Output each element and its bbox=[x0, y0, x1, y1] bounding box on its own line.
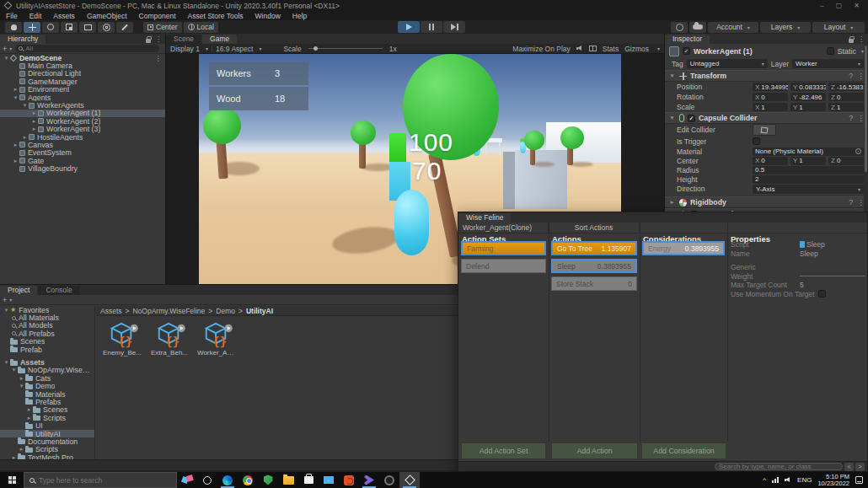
foldout-icon[interactable]: ▾ bbox=[18, 383, 25, 389]
menu-component[interactable]: Component bbox=[133, 12, 182, 20]
action-item[interactable]: Sleep0.3893955 bbox=[551, 259, 637, 273]
action-set-item[interactable]: Defend bbox=[461, 259, 546, 273]
foldout-icon[interactable]: ▸ bbox=[12, 86, 19, 93]
tray-chevron[interactable]: ^ bbox=[763, 476, 766, 484]
foldout-icon[interactable]: ▸ bbox=[12, 142, 19, 148]
project-item-selected[interactable]: UtilityAI bbox=[0, 430, 94, 437]
hierarchy-item[interactable]: ▸Gate bbox=[0, 157, 165, 164]
hand-tool-button[interactable] bbox=[5, 22, 22, 33]
action-center-icon[interactable] bbox=[855, 476, 863, 484]
static-checkbox[interactable] bbox=[827, 47, 834, 55]
breadcrumb-item-current[interactable]: UtilityAI bbox=[246, 307, 273, 315]
hierarchy-item[interactable]: EventSystem bbox=[0, 149, 165, 157]
hierarchy-item[interactable]: ▸WorkerAgent (3) bbox=[0, 126, 165, 133]
chevron-down-icon[interactable]: ▾ bbox=[9, 297, 12, 303]
pivot-toggle-button[interactable]: Center bbox=[143, 22, 182, 33]
name-field[interactable]: Sleep bbox=[800, 249, 818, 258]
hierarchy-item[interactable]: Directional Light bbox=[0, 70, 165, 78]
project-item[interactable]: Scenes bbox=[0, 338, 94, 346]
menu-dots-icon[interactable]: ⋮ bbox=[154, 54, 165, 62]
project-item[interactable]: All Prefabs bbox=[0, 330, 94, 337]
space-toggle-button[interactable]: Local bbox=[184, 22, 218, 33]
position-y-field[interactable]: Y0.0833333 bbox=[790, 83, 826, 91]
scale-x-field[interactable]: X1 bbox=[753, 103, 788, 111]
asset-item[interactable]: {} Extra_Beh... bbox=[150, 321, 189, 357]
project-item[interactable]: UI bbox=[0, 421, 94, 429]
hierarchy-item[interactable]: ▸WorkerAgent (2) bbox=[0, 117, 165, 125]
orange-app-button[interactable] bbox=[339, 472, 359, 488]
object-picker-icon[interactable] bbox=[855, 148, 861, 154]
hierarchy-item[interactable]: ▸HostileAgents bbox=[0, 133, 165, 141]
asset-item[interactable]: {} Enemy_Be... bbox=[103, 321, 142, 357]
account-dropdown[interactable]: Account ▾ bbox=[708, 22, 758, 33]
explorer-button[interactable] bbox=[278, 472, 298, 488]
defender-button[interactable] bbox=[258, 472, 278, 488]
weight-slider[interactable] bbox=[800, 276, 865, 276]
agent-dropdown[interactable]: Worker_Agent(Clone) bbox=[458, 223, 549, 233]
add-asset-button[interactable]: + bbox=[3, 296, 7, 304]
project-item[interactable]: Materials bbox=[0, 390, 94, 398]
hierarchy-item[interactable]: Main Camera bbox=[0, 62, 165, 69]
tab-hierarchy[interactable]: Hierarchy bbox=[0, 35, 46, 44]
momentum-checkbox[interactable] bbox=[818, 290, 826, 298]
chevron-down-icon[interactable]: ▾ bbox=[9, 46, 12, 51]
foldout-icon[interactable]: ▾ bbox=[3, 359, 10, 366]
add-action-button[interactable]: Add Action bbox=[551, 442, 638, 459]
mail-button[interactable] bbox=[319, 472, 339, 488]
layer-dropdown[interactable]: Worker ▾ bbox=[792, 59, 864, 68]
maximize-on-play-toggle[interactable]: Maximize On Play bbox=[512, 45, 571, 53]
edit-collider-button[interactable] bbox=[753, 124, 776, 136]
unity-hub-button[interactable] bbox=[379, 472, 399, 488]
clock[interactable]: 5:10 PM 10/23/2022 bbox=[817, 474, 849, 487]
capsule-collider-header[interactable]: ▾ ✓ Capsule Collider ?⋮ bbox=[665, 112, 868, 124]
cortana-button[interactable] bbox=[197, 472, 217, 488]
project-item[interactable]: ▸Scenes bbox=[0, 406, 94, 414]
prev-button[interactable]: < bbox=[844, 463, 854, 471]
project-item[interactable]: ▾NoOpArmy.WiseFeline bbox=[0, 367, 94, 374]
rotation-z-field[interactable]: Z0 bbox=[828, 93, 864, 101]
layout-dropdown[interactable]: Layout ▾ bbox=[812, 22, 865, 33]
foldout-icon[interactable]: ▸ bbox=[30, 110, 38, 116]
breadcrumb-item[interactable]: Assets bbox=[100, 307, 122, 315]
chrome-button[interactable] bbox=[238, 472, 258, 488]
mute-audio-icon[interactable] bbox=[576, 46, 583, 51]
collider-enabled-checkbox[interactable]: ✓ bbox=[688, 115, 695, 122]
menu-help[interactable]: Help bbox=[287, 12, 313, 20]
gizmos-dropdown[interactable]: Gizmos bbox=[624, 45, 649, 53]
vsync-grid-icon[interactable] bbox=[589, 46, 597, 51]
asset-item[interactable]: {} Worker_Ag... bbox=[197, 321, 236, 357]
menu-dots-icon[interactable]: ⋮ bbox=[858, 35, 865, 43]
sort-actions-button[interactable]: Sort Actions bbox=[549, 223, 640, 233]
stats-toggle[interactable]: Stats bbox=[603, 45, 619, 53]
step-button[interactable] bbox=[443, 21, 465, 33]
project-item[interactable]: ▸Scripts bbox=[0, 414, 94, 421]
foldout-icon[interactable]: ▸ bbox=[21, 134, 29, 141]
menu-asset-store-tools[interactable]: Asset Store Tools bbox=[182, 12, 249, 20]
hierarchy-item-selected[interactable]: ▸WorkerAgent (1) bbox=[0, 110, 165, 117]
active-checkbox[interactable]: ✓ bbox=[683, 47, 690, 55]
help-icon[interactable]: ? bbox=[849, 114, 853, 122]
visual-studio-button[interactable] bbox=[359, 472, 379, 488]
rotation-x-field[interactable]: X0 bbox=[753, 93, 788, 101]
language-label[interactable]: ENG bbox=[797, 476, 812, 484]
rotation-y-field[interactable]: Y-82.496 bbox=[790, 93, 826, 101]
scale-y-field[interactable]: Y1 bbox=[790, 103, 826, 111]
move-tool-button[interactable] bbox=[24, 22, 40, 33]
scale-tool-button[interactable] bbox=[61, 22, 78, 33]
hierarchy-item[interactable]: ▾DemoScene⋮ bbox=[0, 54, 165, 62]
position-x-field[interactable]: X19.34995 bbox=[753, 83, 788, 91]
tab-project[interactable]: Project bbox=[0, 286, 37, 295]
close-button[interactable]: ✕ bbox=[854, 2, 860, 9]
foldout-icon[interactable]: ▸ bbox=[30, 126, 38, 132]
type-search[interactable] bbox=[715, 463, 843, 470]
tab-game[interactable]: Game bbox=[202, 35, 237, 44]
foldout-icon[interactable]: ▸ bbox=[668, 199, 676, 206]
widgets-button[interactable] bbox=[177, 472, 197, 488]
cloud-button[interactable] bbox=[689, 22, 706, 33]
material-field[interactable]: None (Physic Material) bbox=[753, 147, 864, 156]
add-object-button[interactable]: + bbox=[3, 45, 7, 53]
foldout-icon[interactable]: ▾ bbox=[668, 115, 676, 121]
position-z-field[interactable]: Z-16.5383 bbox=[828, 83, 864, 91]
type-search-input[interactable] bbox=[719, 463, 839, 470]
pause-button[interactable] bbox=[421, 21, 442, 33]
